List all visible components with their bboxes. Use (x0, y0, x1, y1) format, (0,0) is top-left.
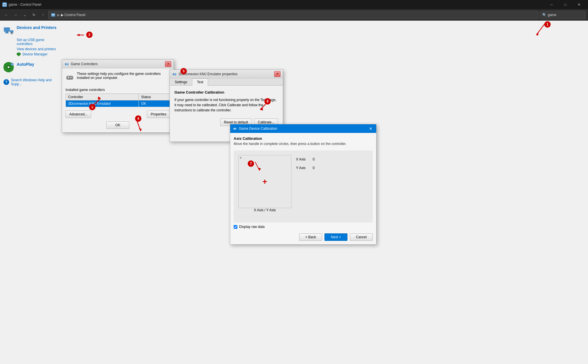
sidebar: Devices and Printers Set up USB game con… (0, 21, 63, 364)
close-button[interactable]: ✕ (572, 0, 586, 9)
game-ctrl-action-buttons: Advanced... Properties (66, 111, 170, 118)
shield-icon-small (17, 52, 21, 56)
calib-body: Axis Calibration Move the handle in comp… (230, 133, 376, 244)
svg-rect-5 (4, 28, 10, 32)
svg-rect-6 (6, 32, 8, 33)
devices-section: Devices and Printers Set up USB game con… (3, 25, 60, 56)
search-input[interactable]: game (548, 13, 588, 17)
annotation-6: 6 (264, 98, 271, 104)
forward-button[interactable]: → (11, 11, 20, 19)
svg-rect-0 (3, 4, 6, 6)
game-ctrl-dialog-icon (64, 62, 69, 66)
address-separator: ▶ (57, 13, 60, 17)
calib-checkbox-row: Display raw data (234, 222, 373, 229)
game-ctrl-title-bar: Game Controllers ✕ (62, 60, 174, 68)
game-ctrl-body: These settings help you configure the ga… (62, 68, 174, 132)
address-path[interactable]: ▶ ▶ Control Panel (48, 11, 539, 19)
calib-title-bar: Game Device Calibration ✕ (230, 124, 376, 133)
sidebar-links: Set up USB game controllers View devices… (3, 38, 60, 56)
svg-marker-35 (536, 33, 539, 36)
back-button[interactable]: ← (2, 11, 10, 19)
properties-button[interactable]: Properties (147, 111, 170, 118)
svg-rect-1 (4, 3, 5, 4)
game-ctrl-close-button[interactable]: ✕ (165, 61, 171, 67)
title-bar-text: game - Control Panel (9, 3, 545, 7)
device-manager-link[interactable]: Device Manager (17, 52, 60, 56)
devices-icon (3, 25, 14, 36)
annotation-2: 2 (75, 29, 93, 42)
calib-dialog-icon (232, 126, 237, 131)
svg-point-23 (71, 78, 72, 78)
svg-point-28 (175, 73, 176, 74)
search-icon: 🔍 (542, 13, 547, 17)
cancel-button[interactable]: Cancel (350, 233, 373, 241)
x-axis-label: X Axis (296, 157, 310, 161)
advanced-button[interactable]: Advanced... (66, 111, 91, 118)
calib-dialog-title: Game Device Calibration (239, 127, 366, 131)
up-button[interactable]: ↑ (39, 11, 47, 19)
game-ctrl-ok-button[interactable]: OK (106, 121, 129, 129)
autoplay-section: + AutoPlay (3, 62, 60, 72)
address-bar: ← → ⌄ ↻ ↑ ▶ ▶ Control Panel 🔍 game ✕ (0, 9, 588, 21)
svg-rect-4 (52, 15, 55, 16)
title-bar-controls: ─ □ ✕ (545, 0, 586, 9)
devices-icon-row: Devices and Printers (3, 25, 60, 36)
annotation-4: 4 (135, 115, 141, 122)
svg-point-9 (11, 32, 13, 34)
view-devices-link[interactable]: View devices and printers (17, 47, 60, 51)
props-dialog-title: 3Dconnexion KMJ Emulator properties (178, 72, 272, 76)
next-button[interactable]: Next > (324, 233, 347, 241)
svg-rect-3 (52, 14, 55, 15)
calib-graph-label: X Axis / Y Axis (238, 208, 291, 212)
calibration-dialog: Game Device Calibration ✕ Axis Calibrati… (230, 124, 376, 245)
x-axis-value: 0 (313, 157, 315, 161)
y-axis-label: Y Axis (296, 166, 310, 170)
refresh-button[interactable]: ↻ (30, 11, 38, 19)
svg-text:+: + (11, 63, 13, 65)
minimize-button[interactable]: ─ (545, 0, 558, 9)
display-raw-data-checkbox[interactable] (234, 225, 237, 229)
search-box[interactable]: 🔍 game ✕ (540, 11, 586, 19)
autoplay-icon: + (3, 62, 14, 72)
main-content: Devices and Printers Set up USB game con… (0, 21, 588, 364)
calib-close-button[interactable]: ✕ (368, 126, 374, 131)
tab-settings[interactable]: Settings (170, 78, 192, 86)
game-ctrl-table: Controller Status 3Dconnexion KMJ Emulat… (66, 94, 170, 107)
x-axis-row: X Axis 0 (296, 157, 315, 161)
svg-rect-21 (68, 76, 69, 78)
display-raw-data-label: Display raw data (239, 225, 265, 229)
game-ctrl-intro: These settings help you configure the ga… (66, 72, 170, 83)
controller-row[interactable]: 3Dconnexion KMJ Emulator OK (66, 100, 170, 107)
calib-graph-area: + + 7 X Axis / Y Axis (238, 155, 368, 216)
props-section-title: Game Controller Calibration (174, 90, 278, 94)
calib-graph: + + 7 (238, 155, 291, 208)
props-close-button[interactable]: ✕ (274, 71, 280, 77)
gamepad-icon-large (66, 72, 74, 83)
devices-printers-title[interactable]: Devices and Printers (17, 25, 57, 30)
y-axis-row: Y Axis 0 (296, 166, 315, 170)
props-tabs: Settings Test (170, 78, 283, 86)
annotation-7-marker: 7 (247, 160, 264, 176)
game-ctrl-intro-text: These settings help you configure the ga… (77, 72, 170, 80)
game-controllers-dialog: Game Controllers ✕ These settings help y… (62, 59, 174, 133)
back-button[interactable]: < Back (299, 233, 322, 241)
svg-point-24 (70, 78, 71, 78)
dropdown-button[interactable]: ⌄ (21, 11, 29, 19)
controller-name: 3Dconnexion KMJ Emulator (66, 100, 139, 107)
svg-rect-31 (235, 128, 235, 129)
setup-usb-link[interactable]: Set up USB game controllers (17, 38, 60, 46)
controller-status: OK (139, 100, 170, 107)
autoplay-title[interactable]: AutoPlay (17, 62, 34, 67)
controller-col-header: Controller (66, 94, 139, 100)
annotation-5: 5 (180, 68, 187, 74)
svg-point-18 (67, 63, 68, 64)
calib-section-title: Axis Calibration (234, 136, 373, 141)
calib-corner-plus: + (240, 156, 242, 160)
search-help[interactable]: ? Search Windows Help and Supp... (3, 78, 60, 86)
calib-buttons: < Back Next > Cancel (234, 233, 373, 241)
tab-test[interactable]: Test (192, 78, 208, 86)
calib-crosshair: + (262, 178, 267, 186)
svg-line-34 (536, 24, 545, 35)
maximize-button[interactable]: □ (559, 0, 572, 9)
svg-rect-17 (66, 63, 67, 64)
